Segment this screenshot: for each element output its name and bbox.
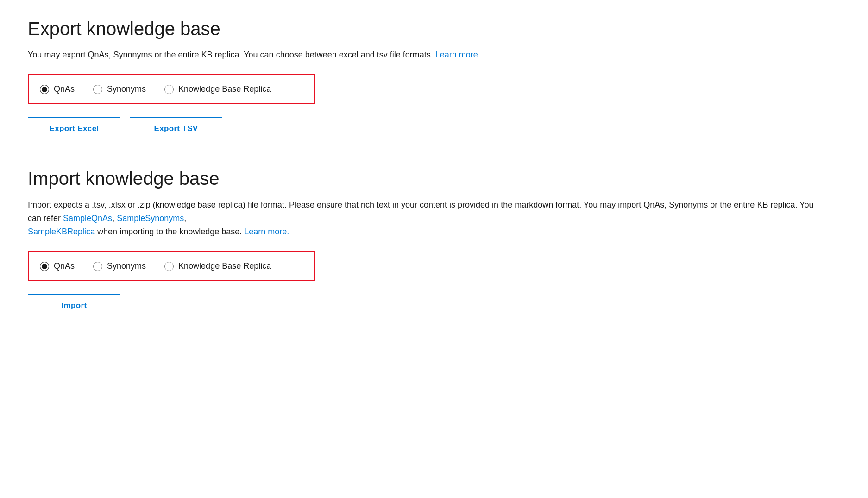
export-qnas-label: QnAs (54, 84, 75, 94)
import-section: Import knowledge base Import expects a .… (28, 168, 840, 317)
import-description: Import expects a .tsv, .xlsx or .zip (kn… (28, 198, 815, 238)
import-title: Import knowledge base (28, 168, 840, 189)
import-kb-replica-label: Knowledge Base Replica (178, 261, 271, 271)
import-radio-group: QnAs Synonyms Knowledge Base Replica (28, 251, 315, 281)
export-title: Export knowledge base (28, 19, 840, 39)
sample-qnas-link[interactable]: SampleQnAs (63, 214, 112, 223)
import-kb-replica-radio[interactable] (164, 262, 174, 271)
export-button-group: Export Excel Export TSV (28, 117, 840, 140)
export-description: You may export QnAs, Synonyms or the ent… (28, 49, 676, 61)
import-button-group: Import (28, 294, 840, 317)
export-tsv-button[interactable]: Export TSV (130, 117, 222, 140)
sample-kb-replica-link[interactable]: SampleKBReplica (28, 227, 95, 236)
import-synonyms-radio[interactable] (93, 262, 102, 271)
export-section: Export knowledge base You may export QnA… (28, 19, 840, 140)
import-qnas-radio[interactable] (40, 262, 49, 271)
export-excel-button[interactable]: Export Excel (28, 117, 120, 140)
export-qnas-radio[interactable] (40, 85, 49, 94)
import-radio-qnas[interactable]: QnAs (40, 261, 75, 271)
export-radio-qnas[interactable]: QnAs (40, 84, 75, 94)
export-kb-replica-label: Knowledge Base Replica (178, 84, 271, 94)
export-radio-kb-replica[interactable]: Knowledge Base Replica (164, 84, 271, 94)
export-learn-more-link[interactable]: Learn more. (435, 50, 480, 59)
export-radio-synonyms[interactable]: Synonyms (93, 84, 146, 94)
export-radio-group: QnAs Synonyms Knowledge Base Replica (28, 74, 315, 104)
import-button[interactable]: Import (28, 294, 120, 317)
sample-synonyms-link[interactable]: SampleSynonyms (117, 214, 184, 223)
export-synonyms-label: Synonyms (107, 84, 146, 94)
export-kb-replica-radio[interactable] (164, 85, 174, 94)
import-synonyms-label: Synonyms (107, 261, 146, 271)
import-radio-synonyms[interactable]: Synonyms (93, 261, 146, 271)
import-radio-kb-replica[interactable]: Knowledge Base Replica (164, 261, 271, 271)
import-qnas-label: QnAs (54, 261, 75, 271)
import-learn-more-link[interactable]: Learn more. (244, 227, 289, 236)
export-synonyms-radio[interactable] (93, 85, 102, 94)
